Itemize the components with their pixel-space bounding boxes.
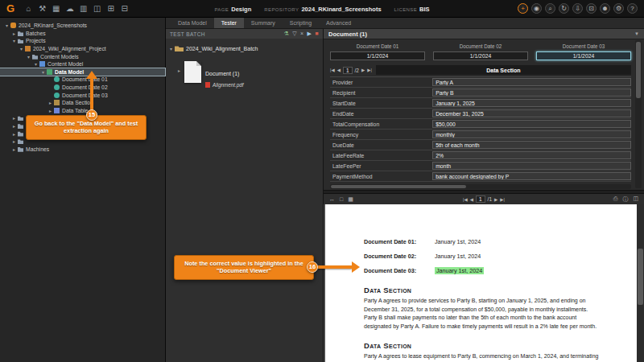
row-value[interactable]: 5th of each month	[432, 141, 631, 149]
extracted-field[interactable]: Document Date 03 1/1/2024	[536, 43, 631, 60]
fit-width-icon[interactable]: ↔	[329, 196, 335, 203]
import-icon[interactable]: ⊡	[586, 3, 597, 14]
expander-icon[interactable]: ▾	[18, 46, 25, 51]
tree-item[interactable]: ▾ 2024_RKinard_Screenshots	[0, 22, 165, 30]
page-number[interactable]: 1	[343, 67, 353, 74]
batch-document-entry[interactable]: ▸ Document (1) Alignment.pdf	[178, 61, 319, 88]
expander-icon[interactable]: ▾	[25, 54, 32, 60]
tree-item[interactable]: ▸ Data Section	[0, 99, 165, 107]
row-value[interactable]: December 31, 2025	[432, 109, 631, 117]
tree-item[interactable]: Document Date 01	[0, 76, 165, 84]
expander-icon[interactable]: ▾	[3, 23, 10, 28]
split-view-icon[interactable]: ◫	[633, 195, 638, 204]
expander-icon[interactable]: ▾	[32, 61, 39, 67]
table-row[interactable]: EndDate December 31, 2025	[330, 109, 631, 119]
document-page[interactable]: Document Date 01: January 1st, 2024 Docu…	[325, 204, 637, 362]
stop-icon[interactable]: ■	[315, 31, 319, 37]
stats-icon[interactable]: ▥	[77, 4, 89, 13]
viewer-scrollbar[interactable]	[637, 204, 644, 362]
expander-icon[interactable]: ▸	[10, 31, 18, 36]
document-panel-header[interactable]: Document (1) ▼	[324, 29, 644, 39]
row-value[interactable]: $50,000	[432, 120, 631, 128]
row-value[interactable]: Party A	[432, 78, 631, 86]
page-number[interactable]: 1	[476, 195, 485, 203]
row-value[interactable]: month	[432, 162, 631, 170]
batches-icon[interactable]: ▦	[50, 4, 62, 13]
reports-icon[interactable]: ◫	[91, 4, 103, 13]
tree-item[interactable]: Document Date 03	[0, 91, 165, 99]
table-row[interactable]: LateFeeRate 2%	[330, 150, 631, 161]
expander-icon[interactable]: ▸	[10, 131, 18, 137]
table-row[interactable]: Provider Party A	[330, 77, 631, 88]
tree-item[interactable]: Document Date 02	[0, 84, 165, 92]
horizontal-scrollbar[interactable]	[330, 184, 631, 189]
tree-item[interactable]: ▾ Content Model	[0, 60, 165, 68]
download-icon[interactable]: ⇩	[572, 3, 583, 14]
thumbnails-icon[interactable]: ▦	[348, 196, 353, 203]
run-icon[interactable]: ▶	[308, 31, 312, 37]
extracted-field[interactable]: Document Date 02 1/1/2024	[433, 43, 528, 60]
prev-page-button[interactable]: ◀	[470, 197, 473, 202]
displays-icon[interactable]: ⊟	[118, 4, 130, 13]
table-row[interactable]: Frequency monthly	[330, 130, 631, 140]
expander-icon[interactable]: ▸	[10, 115, 18, 121]
cloud-icon[interactable]: ☁	[64, 4, 76, 13]
tree-item[interactable]: ▾ Projects	[0, 37, 165, 45]
expander-icon[interactable]: ▸	[10, 123, 18, 129]
tab-advanced[interactable]: Advanced	[319, 18, 358, 28]
tree-item[interactable]: ▾ Content Models	[0, 52, 165, 60]
fit-page-icon[interactable]: □	[340, 196, 343, 203]
next-page-button[interactable]: ▶	[494, 197, 497, 202]
field-value[interactable]: 1/1/2024	[433, 51, 528, 60]
row-value[interactable]: Party B	[432, 88, 631, 97]
first-page-button[interactable]: |◀	[463, 197, 468, 202]
table-row[interactable]: DueDate 5th of each month	[330, 140, 631, 150]
row-value[interactable]: bank account designated by P	[432, 172, 631, 180]
expander-icon[interactable]: ▸	[47, 100, 54, 105]
tree-item[interactable]: ▸ Batches	[0, 30, 165, 38]
table-row[interactable]: PaymentMethod bank account designated by…	[330, 171, 631, 182]
expander-icon[interactable]: ▾	[170, 46, 172, 51]
last-page-button[interactable]: ▶|	[500, 197, 505, 202]
field-value[interactable]: 1/1/2024	[536, 51, 631, 60]
app-logo[interactable]: G	[6, 2, 14, 14]
record-icon[interactable]: ◉	[531, 3, 542, 14]
refresh-icon[interactable]: ↻	[559, 3, 569, 14]
add-icon[interactable]: +	[518, 3, 528, 14]
tab-data-model[interactable]: Data Model	[171, 18, 214, 28]
collapse-icon[interactable]: ▼	[634, 31, 639, 36]
meta-item[interactable]: PAGE Design	[214, 6, 251, 13]
row-value[interactable]: January 1, 2025	[432, 99, 631, 107]
test-extract-icon[interactable]: ⚗	[284, 31, 290, 37]
meta-item[interactable]: REPOSITORY 2024_RKinard_Screenshots	[264, 6, 381, 13]
tools-icon[interactable]: ⚒	[36, 4, 48, 13]
extracted-field[interactable]: Document Date 01 1/1/2024	[330, 43, 425, 60]
home-icon[interactable]: ⌂	[23, 4, 35, 13]
info-icon[interactable]: ⓘ	[622, 195, 628, 204]
expander-icon[interactable]: ▸	[10, 138, 18, 144]
row-value[interactable]: 2%	[432, 151, 631, 159]
tab-tester[interactable]: Tester	[214, 18, 244, 28]
tab-summary[interactable]: Summary	[244, 18, 283, 28]
expander-icon[interactable]: ▾	[39, 69, 47, 75]
table-row[interactable]: Recipient Party B	[330, 88, 631, 98]
tree-item[interactable]: ▸ Data Table	[0, 107, 165, 115]
table-row[interactable]: StartDate January 1, 2025	[330, 98, 631, 109]
help-icon[interactable]: ?	[627, 3, 638, 14]
filter-icon[interactable]: ▽	[292, 31, 297, 37]
batch-folder-row[interactable]: ▾ 2024_Wiki_Alignment_Batch	[170, 45, 319, 51]
prev-page-button[interactable]: ◀	[337, 68, 341, 72]
expander-icon[interactable]: ▸	[47, 108, 54, 113]
table-row[interactable]: TotalCompensation $50,000	[330, 119, 631, 130]
last-page-button[interactable]: ▶|	[367, 68, 372, 72]
field-value[interactable]: 1/1/2024	[330, 51, 425, 60]
row-value[interactable]: monthly	[432, 130, 631, 138]
meta-item[interactable]: LICENSE BIS	[394, 6, 430, 13]
vertical-scrollbar[interactable]	[635, 40, 642, 188]
tree-item[interactable]: ▾ 2024_Wiki_Alignment_Project	[0, 45, 165, 53]
user-icon[interactable]: ☻	[600, 3, 610, 14]
tree-item[interactable]: ▾ Data Model	[0, 68, 165, 76]
next-page-button[interactable]: ▶	[361, 68, 365, 72]
table-row[interactable]: LateFeePer month	[330, 161, 631, 171]
tab-scripting[interactable]: Scripting	[283, 18, 319, 28]
